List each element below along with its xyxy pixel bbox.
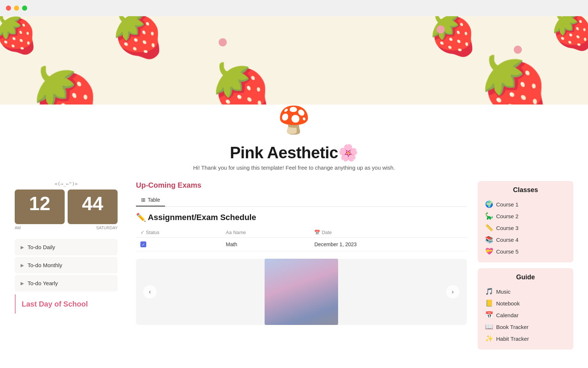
strawberry-1: 🍓 bbox=[0, 16, 39, 56]
guide-item-3[interactable]: 📖 Book Tracker bbox=[484, 321, 567, 333]
dot-2 bbox=[437, 25, 445, 33]
habit-tracker-icon: ✨ bbox=[485, 335, 493, 343]
classes-item-0[interactable]: 🌍 Course 1 bbox=[484, 198, 567, 210]
dot-3 bbox=[514, 46, 522, 54]
table-row: ✓ Math December 1, 2023 bbox=[136, 238, 467, 251]
right-panel: Classes 🌍 Course 1 🦕 Course 2 📏 Course 3… bbox=[478, 181, 573, 368]
name-col-label: Name bbox=[233, 230, 246, 235]
clock-hour-group: 12 bbox=[15, 190, 65, 224]
guide-item-1[interactable]: 📒 Notebook bbox=[484, 297, 567, 309]
guide-item-2[interactable]: 📅 Calendar bbox=[484, 309, 567, 321]
carousel-next-button[interactable]: › bbox=[446, 285, 459, 298]
notebook-icon: 📒 bbox=[485, 299, 493, 307]
clock-minute: 44 bbox=[68, 190, 118, 224]
todo-monthly-label: To-do Monthly bbox=[28, 262, 62, 268]
book-tracker-label: Book Tracker bbox=[496, 324, 528, 330]
page-icon-area: 🍄 bbox=[0, 105, 588, 139]
classes-item-2[interactable]: 📏 Course 3 bbox=[484, 222, 567, 234]
fullscreen-button[interactable] bbox=[22, 6, 27, 11]
calendar-label: Calendar bbox=[496, 312, 519, 318]
page-subtitle: Hi! Thank you for using this template! F… bbox=[0, 164, 588, 171]
page-title-area: Pink Aesthetic🌸 Hi! Thank you for using … bbox=[0, 139, 588, 174]
exam-table: ✓ Status Aa Name 📅 bbox=[136, 227, 467, 251]
table-tab[interactable]: ⊞ Table bbox=[136, 194, 165, 206]
table-tab-icon: ⊞ bbox=[141, 197, 146, 203]
classes-title: Classes bbox=[484, 186, 567, 194]
guide-box: Guide 🎵 Music 📒 Notebook 📅 Calendar 📖 Bo… bbox=[478, 268, 573, 350]
status-col-label: Status bbox=[146, 230, 159, 235]
db-title: ✏️ Assignment/Exam Schedule bbox=[136, 213, 467, 222]
clock-labels: AM SATURDAY bbox=[15, 226, 118, 230]
date-col-icon: 📅 bbox=[314, 230, 320, 235]
page-title: Pink Aesthetic🌸 bbox=[0, 143, 588, 162]
table-tab-label: Table bbox=[148, 197, 160, 203]
clock-period: AM bbox=[15, 226, 21, 230]
guide-item-4[interactable]: ✨ Habit Tracker bbox=[484, 333, 567, 344]
course2-label: Course 2 bbox=[496, 213, 519, 219]
course5-label: Course 5 bbox=[496, 248, 519, 255]
clock-ascii: <(→_←")> bbox=[15, 181, 118, 187]
course1-icon: 🌍 bbox=[485, 200, 493, 208]
left-panel: <(→_←")> 12 44 AM SATURDAY ▶ bbox=[15, 181, 125, 368]
classes-item-4[interactable]: 💝 Course 5 bbox=[484, 245, 567, 257]
strawberry-4: 🍓 bbox=[549, 16, 588, 52]
dot-1 bbox=[219, 38, 227, 46]
carousel-prev-icon: ‹ bbox=[149, 289, 151, 295]
classes-item-1[interactable]: 🦕 Course 2 bbox=[484, 210, 567, 222]
carousel-image bbox=[265, 259, 338, 325]
table-tab-bar: ⊞ Table bbox=[136, 194, 467, 207]
last-day-label: Last Day of School bbox=[22, 300, 112, 308]
guide-item-0[interactable]: 🎵 Music bbox=[484, 286, 567, 297]
clock-day: SATURDAY bbox=[96, 226, 118, 230]
clock-widget: <(→_←")> 12 44 AM SATURDAY bbox=[15, 181, 118, 230]
checkbox-checked[interactable]: ✓ bbox=[140, 241, 146, 247]
guide-title: Guide bbox=[484, 273, 567, 281]
todo-daily-label: To-do Daily bbox=[28, 244, 55, 250]
todo-monthly[interactable]: ▶ To-do Monthly bbox=[15, 257, 118, 273]
music-label: Music bbox=[496, 289, 510, 295]
course3-label: Course 3 bbox=[496, 225, 519, 231]
todo-yearly-label: To-do Yearly bbox=[28, 280, 58, 286]
course4-icon: 📚 bbox=[485, 236, 493, 244]
name-col-icon: Aa bbox=[226, 230, 232, 235]
last-day-item[interactable]: Last Day of School bbox=[15, 294, 118, 314]
course3-icon: 📏 bbox=[485, 224, 493, 232]
course2-icon: 🦕 bbox=[485, 212, 493, 220]
book-tracker-icon: 📖 bbox=[485, 323, 493, 331]
todo-yearly-arrow: ▶ bbox=[21, 281, 24, 286]
row-date: December 1, 2023 bbox=[310, 238, 467, 251]
todo-monthly-arrow: ▶ bbox=[21, 263, 24, 268]
th-date: 📅 Date bbox=[310, 227, 467, 238]
row-status[interactable]: ✓ bbox=[136, 238, 222, 251]
notebook-label: Notebook bbox=[496, 300, 520, 307]
strawberry-3: 🍓 bbox=[427, 16, 478, 58]
clock-hour: 12 bbox=[15, 190, 65, 224]
carousel-next-icon: › bbox=[452, 289, 453, 295]
close-button[interactable] bbox=[6, 6, 11, 11]
todo-daily[interactable]: ▶ To-do Daily bbox=[15, 239, 118, 255]
clock-minute-group: 44 bbox=[68, 190, 118, 224]
todo-yearly[interactable]: ▶ To-do Yearly bbox=[15, 275, 118, 291]
main-layout: <(→_←")> 12 44 AM SATURDAY ▶ bbox=[0, 174, 588, 368]
todo-daily-arrow: ▶ bbox=[21, 245, 24, 250]
window-titlebar bbox=[0, 0, 588, 16]
calendar-icon: 📅 bbox=[485, 311, 493, 319]
course4-label: Course 4 bbox=[496, 237, 519, 243]
status-col-icon: ✓ bbox=[140, 230, 144, 235]
image-carousel: ‹ › bbox=[136, 259, 467, 325]
course5-icon: 💝 bbox=[485, 247, 493, 255]
th-name: Aa Name bbox=[222, 227, 310, 238]
th-status: ✓ Status bbox=[136, 227, 222, 238]
page-icon-emoji: 🍄 bbox=[277, 105, 311, 135]
todo-list: ▶ To-do Daily ▶ To-do Monthly ▶ To-do Ye… bbox=[15, 239, 118, 314]
minimize-button[interactable] bbox=[14, 6, 19, 11]
carousel-prev-button[interactable]: ‹ bbox=[143, 285, 157, 298]
classes-item-3[interactable]: 📚 Course 4 bbox=[484, 234, 567, 245]
exams-section-title: Up-Coming Exams bbox=[136, 181, 467, 190]
course1-label: Course 1 bbox=[496, 201, 519, 208]
strawberry-2: 🍓 bbox=[110, 16, 165, 61]
clock-display: 12 44 bbox=[15, 190, 118, 224]
music-icon: 🎵 bbox=[485, 287, 493, 296]
page-content: 🍄 Pink Aesthetic🌸 Hi! Thank you for usin… bbox=[0, 105, 588, 368]
classes-box: Classes 🌍 Course 1 🦕 Course 2 📏 Course 3… bbox=[478, 181, 573, 262]
